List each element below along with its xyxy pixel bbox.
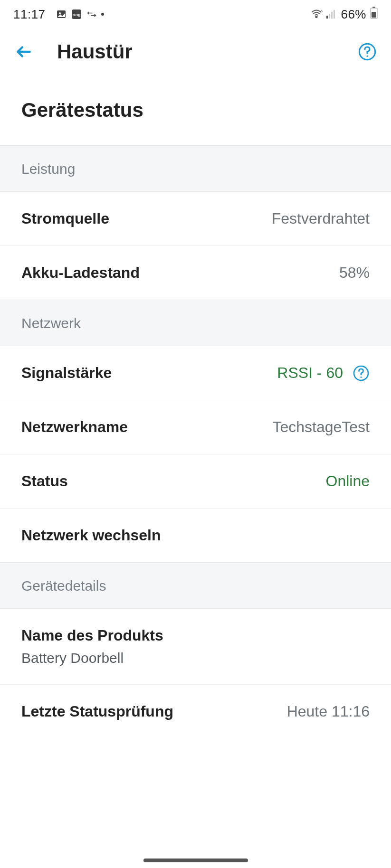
- signal-help-button[interactable]: [353, 365, 370, 382]
- signal-strength-value: RSSI - 60: [277, 364, 343, 382]
- section-title-power: Leistung: [21, 161, 370, 177]
- svg-rect-7: [326, 16, 328, 19]
- row-signal-strength: Signalstärke RSSI - 60: [0, 346, 391, 400]
- page-heading: Gerätestatus: [0, 75, 391, 145]
- row-last-check: Letzte Statusprüfung Heute 11:16: [0, 685, 391, 738]
- battery-percentage: 66%: [341, 7, 366, 22]
- row-battery-level: Akku-Ladestand 58%: [0, 246, 391, 300]
- network-status-value: Online: [326, 472, 370, 490]
- row-power-source: Stromquelle Festverdrahtet: [0, 192, 391, 246]
- section-header-network: Netzwerk: [0, 300, 391, 346]
- section-header-power: Leistung: [0, 145, 391, 192]
- back-button[interactable]: [14, 42, 33, 61]
- last-check-value: Heute 11:16: [287, 703, 370, 720]
- status-bar: 11:17 ring 6 66%: [0, 0, 391, 28]
- status-bar-left: 11:17 ring: [13, 7, 105, 22]
- svg-point-5: [316, 16, 317, 17]
- change-network-label: Netzwerk wechseln: [21, 527, 161, 544]
- row-network-name: Netzwerkname TechstageTest: [0, 400, 391, 454]
- svg-rect-13: [372, 12, 376, 18]
- svg-rect-9: [331, 12, 333, 19]
- section-title-details: Gerätedetails: [21, 578, 370, 594]
- help-button[interactable]: [358, 42, 377, 61]
- status-notification-icons: ring: [55, 8, 105, 20]
- network-name-label: Netzwerkname: [21, 418, 128, 436]
- ring-app-icon: ring: [70, 8, 83, 20]
- signal-strength-label: Signalstärke: [21, 364, 112, 382]
- status-time: 11:17: [13, 7, 46, 22]
- dot-icon: [101, 8, 105, 20]
- row-product-name: Name des Produkts Battery Doorbell: [0, 609, 391, 685]
- svg-point-15: [366, 56, 368, 57]
- svg-point-1: [59, 12, 61, 14]
- gesture-bar[interactable]: [143, 859, 248, 862]
- battery-icon: [370, 7, 378, 22]
- wifi-icon: 6: [310, 7, 323, 22]
- svg-point-4: [101, 13, 104, 16]
- svg-rect-10: [334, 10, 335, 19]
- power-source-label: Stromquelle: [21, 210, 109, 227]
- row-change-network[interactable]: Netzwerk wechseln: [0, 509, 391, 562]
- signal-strength-value-wrap: RSSI - 60: [277, 364, 370, 382]
- svg-text:ring: ring: [72, 12, 80, 17]
- section-title-network: Netzwerk: [21, 315, 370, 331]
- svg-text:6: 6: [321, 9, 323, 13]
- svg-point-17: [361, 376, 362, 377]
- reply-icon: [86, 8, 98, 20]
- cellular-icon: [326, 7, 337, 22]
- svg-rect-8: [329, 14, 330, 19]
- product-name-value: Battery Doorbell: [21, 650, 124, 666]
- battery-level-value: 58%: [339, 264, 370, 282]
- battery-level-label: Akku-Ladestand: [21, 264, 140, 282]
- product-name-label: Name des Produkts: [21, 627, 163, 644]
- network-status-label: Status: [21, 472, 68, 490]
- status-bar-right: 6 66%: [310, 7, 378, 22]
- page-title: Haustür: [57, 40, 133, 63]
- last-check-label: Letzte Statusprüfung: [21, 703, 173, 720]
- power-source-value: Festverdrahtet: [272, 210, 370, 227]
- row-network-status: Status Online: [0, 454, 391, 509]
- section-header-details: Gerätedetails: [0, 562, 391, 609]
- navigation-header: Haustür: [0, 28, 391, 75]
- picture-icon: [55, 8, 67, 20]
- network-name-value: TechstageTest: [272, 418, 370, 436]
